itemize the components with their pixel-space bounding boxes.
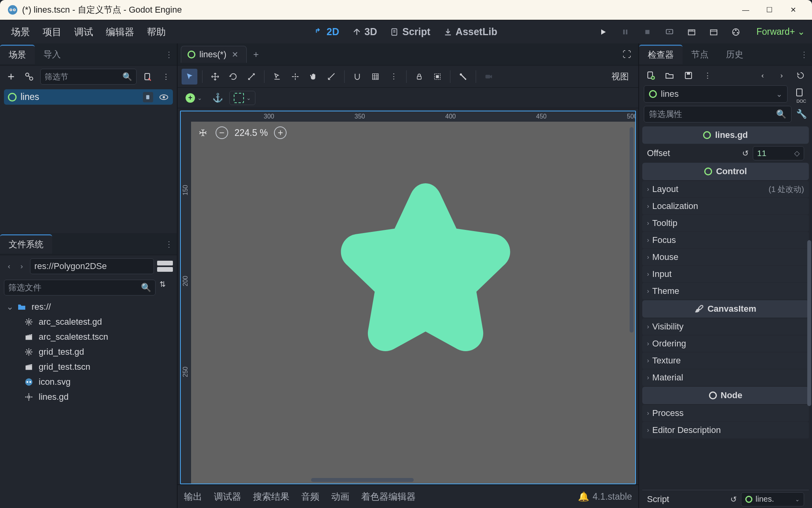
inspected-object-picker[interactable]: lines ⌄ (644, 85, 788, 103)
fs-forward-button[interactable]: › (17, 260, 27, 273)
bottom-tab-audio[interactable]: 音频 (301, 491, 319, 503)
canvas-star-shape[interactable] (315, 167, 536, 388)
play-button[interactable] (598, 26, 609, 38)
menu-editor[interactable]: 编辑器 (99, 23, 141, 41)
save-resource-button[interactable] (683, 70, 694, 81)
category-editor-description[interactable]: ›Editor Description (642, 422, 809, 438)
filter-properties-input[interactable]: 筛选属性 🔍 (644, 106, 791, 122)
fs-file[interactable]: arc_scaletest.gd (0, 314, 177, 329)
window-maximize-button[interactable]: ☐ (758, 6, 781, 14)
open-docs-button[interactable]: DOC (795, 88, 808, 103)
close-tab-button[interactable]: ✕ (230, 50, 240, 59)
bottom-tab-search[interactable]: 搜索结果 (253, 491, 289, 503)
control-section-header[interactable]: Control (642, 163, 809, 180)
viewport-hscrollbar[interactable] (193, 478, 630, 482)
fs-split-mode-button[interactable] (157, 261, 173, 272)
bottom-tab-output[interactable]: 输出 (184, 491, 202, 503)
dock-options-button[interactable]: ⋮ (161, 50, 177, 59)
smart-snap-button[interactable] (349, 69, 365, 85)
view-menu[interactable]: 视图 (606, 71, 634, 83)
bottom-tab-shader[interactable]: 着色器编辑器 (361, 491, 416, 503)
pivot-tool[interactable] (287, 69, 303, 85)
fs-root-folder[interactable]: ⌄ res:// (0, 299, 177, 314)
menu-project[interactable]: 项目 (36, 23, 68, 41)
category-theme[interactable]: ›Theme (642, 283, 809, 299)
category-texture[interactable]: ›Texture (642, 352, 809, 369)
add-node-shortcut[interactable]: + ⌄ (182, 92, 206, 104)
center-view-button[interactable] (197, 126, 209, 139)
tab-import[interactable]: 导入 (35, 45, 69, 64)
category-focus[interactable]: ›Focus (642, 232, 809, 248)
camera-preview-button[interactable] (481, 69, 497, 85)
category-localization[interactable]: ›Localization (642, 198, 809, 214)
tab-node[interactable]: 节点 (683, 45, 717, 64)
bottom-tab-animation[interactable]: 动画 (331, 491, 349, 503)
zoom-out-button[interactable]: − (216, 126, 228, 139)
category-input[interactable]: ›Input (642, 266, 809, 282)
node-section-header[interactable]: Node (642, 387, 809, 404)
window-minimize-button[interactable]: — (734, 6, 758, 14)
workspace-2d[interactable]: 2D (311, 24, 342, 39)
scene-filter-input[interactable]: 筛选节 🔍 (40, 69, 137, 85)
play-custom-scene-button[interactable] (708, 26, 719, 38)
load-resource-button[interactable] (664, 70, 675, 81)
inspector-dock-options[interactable]: ⋮ (796, 50, 812, 59)
skeleton-button[interactable] (455, 69, 471, 85)
canvasitem-section-header[interactable]: 🖌 CanvasItem (642, 300, 809, 318)
history-button[interactable] (795, 70, 806, 81)
property-tools-button[interactable]: 🔧 (795, 109, 807, 119)
reset-property-button[interactable]: ↺ (742, 149, 749, 158)
open-script-button[interactable] (143, 92, 153, 102)
zoom-in-button[interactable]: + (274, 126, 287, 139)
fs-file[interactable]: arc_scaletest.tscn (0, 329, 177, 344)
ruler-tool[interactable] (324, 69, 339, 85)
visibility-toggle[interactable] (159, 92, 169, 102)
instance-scene-button[interactable] (22, 70, 36, 84)
viewport-vscrollbar[interactable] (630, 123, 634, 480)
category-tooltip[interactable]: ›Tooltip (642, 215, 809, 231)
fs-file[interactable]: lines.gd (0, 389, 177, 405)
workspace-3d[interactable]: 3D (349, 24, 380, 39)
workspace-assetlib[interactable]: AssetLib (441, 24, 501, 39)
script-picker[interactable]: lines. ⌄ (741, 492, 804, 506)
new-scene-tab-button[interactable]: + (247, 49, 265, 60)
scene-root-node[interactable]: lines (4, 89, 173, 105)
category-ordering[interactable]: ›Ordering (642, 335, 809, 352)
fs-path-input[interactable]: res://Polygon2DSe (30, 258, 154, 274)
lock-button[interactable] (411, 69, 427, 85)
reset-script-button[interactable]: ↺ (730, 495, 737, 504)
workspace-script[interactable]: Script (387, 24, 433, 39)
pan-tool[interactable] (306, 69, 321, 85)
category-process[interactable]: ›Process (642, 405, 809, 421)
list-select-tool[interactable] (269, 69, 285, 85)
tab-history[interactable]: 历史 (717, 45, 752, 64)
rotate-tool[interactable] (225, 69, 241, 85)
tab-scene[interactable]: 场景 (0, 45, 35, 64)
category-layout[interactable]: ›Layout(1 处改动) (642, 181, 809, 198)
grid-snap-button[interactable] (368, 69, 383, 85)
scene-more-button[interactable]: ⋮ (159, 70, 173, 84)
renderer-selector[interactable]: Forward+ ⌄ (756, 26, 805, 37)
fs-file[interactable]: grid_test.gd (0, 344, 177, 359)
script-section-header[interactable]: lines.gd (642, 126, 809, 144)
fs-file[interactable]: grid_test.tscn (0, 359, 177, 374)
extra-resource-button[interactable]: ⋮ (701, 70, 713, 81)
category-material[interactable]: ›Material (642, 369, 809, 386)
history-forward-button[interactable]: › (776, 70, 788, 81)
movie-maker-button[interactable] (730, 26, 741, 38)
container-sizing-button[interactable]: ⌄ (229, 91, 255, 105)
category-mouse[interactable]: ›Mouse (642, 249, 809, 265)
distraction-free-button[interactable]: ⛶ (619, 49, 635, 60)
notification-bell-icon[interactable]: 🔔 (578, 491, 589, 502)
menu-help[interactable]: 帮助 (141, 23, 172, 41)
fs-back-button[interactable]: ‹ (4, 260, 14, 273)
add-node-button[interactable] (4, 70, 18, 84)
move-tool[interactable] (207, 69, 223, 85)
offset-value-input[interactable]: 11 ◇ (753, 146, 804, 160)
play-remote-button[interactable] (664, 26, 675, 38)
snap-options-button[interactable]: ⋮ (386, 69, 401, 85)
fs-sort-button[interactable]: ⇅ (159, 280, 173, 295)
scene-tab[interactable]: lines(*) ✕ (181, 46, 247, 63)
fs-filter-input[interactable]: 筛选文件 🔍 (4, 280, 156, 295)
tab-inspector[interactable]: 检查器 (639, 45, 683, 64)
